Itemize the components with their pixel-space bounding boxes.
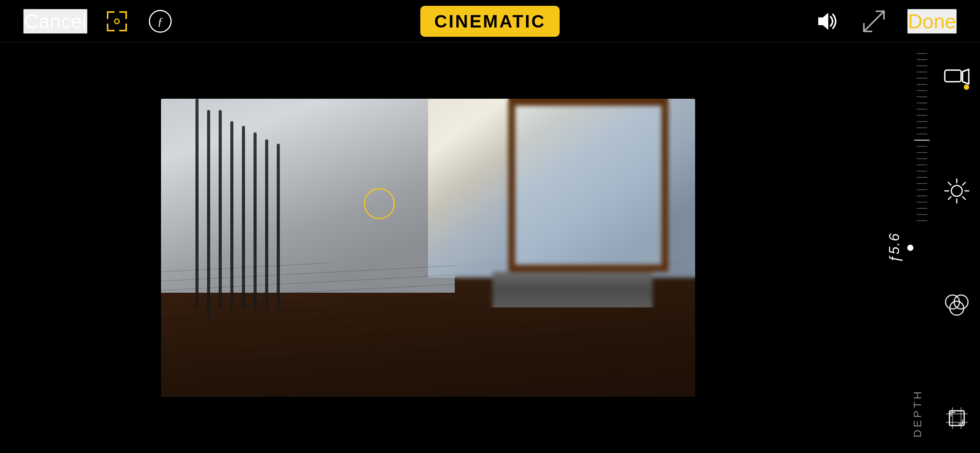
adjustments-button[interactable] <box>941 175 972 206</box>
slider-tick <box>917 165 927 165</box>
slider-tick <box>917 90 927 91</box>
video-area <box>0 43 856 453</box>
svg-rect-7 <box>125 24 127 31</box>
slider-tick <box>917 183 927 184</box>
svg-rect-5 <box>107 24 108 31</box>
svg-line-20 <box>948 182 951 185</box>
slider-tick <box>917 78 927 79</box>
slider-tick <box>917 196 927 196</box>
top-bar-right: Done <box>813 7 957 35</box>
speaker-icon <box>813 7 841 35</box>
aperture-slider[interactable]: ƒ5.6 <box>914 50 930 445</box>
video-camera-button[interactable] <box>941 62 972 93</box>
crop-icon <box>943 405 970 432</box>
svg-line-23 <box>948 197 951 199</box>
resize-button[interactable] <box>860 7 888 35</box>
video-frame <box>161 99 695 397</box>
slider-tick <box>917 53 927 54</box>
done-button[interactable]: Done <box>907 9 957 34</box>
slider-tick <box>917 202 927 202</box>
slider-track <box>914 50 930 445</box>
slider-tick <box>917 146 927 147</box>
right-panel: ƒ5.6 <box>856 43 980 453</box>
resize-icon <box>860 7 888 35</box>
depth-label: DEPTH <box>911 389 924 438</box>
color-mix-icon <box>943 291 970 318</box>
svg-point-8 <box>115 19 119 24</box>
slider-tick <box>917 152 927 153</box>
slider-tick <box>917 214 927 215</box>
slider-tick <box>917 208 927 209</box>
slider-tick <box>917 103 927 103</box>
main-content: ƒ5.6 <box>0 43 980 453</box>
color-mix-button[interactable] <box>941 289 972 320</box>
cinematic-badge-container: CINEMATIC <box>420 11 560 32</box>
svg-rect-3 <box>125 11 127 19</box>
slider-tick <box>917 134 927 134</box>
slider-tick <box>917 121 927 122</box>
slider-tick <box>917 84 927 85</box>
svg-rect-1 <box>107 11 108 19</box>
slider-tick <box>917 109 927 110</box>
slider-tick <box>914 140 930 141</box>
top-bar: Cancel ƒ CINEMATIC <box>0 0 980 43</box>
slider-tick <box>917 72 927 72</box>
svg-line-22 <box>963 182 965 185</box>
slider-tick <box>917 127 927 128</box>
top-bar-left: Cancel ƒ <box>23 7 174 35</box>
focus-square-button[interactable] <box>103 7 131 35</box>
aperture-f-icon: ƒ <box>146 7 174 35</box>
slider-tick <box>917 220 927 221</box>
svg-point-15 <box>951 185 962 196</box>
blur-overlay <box>455 99 695 307</box>
focus-square-icon <box>103 7 131 35</box>
slider-tick <box>917 189 927 190</box>
slider-tick <box>917 171 927 172</box>
svg-rect-27 <box>949 411 964 426</box>
aperture-value: ƒ5.6 <box>886 233 903 263</box>
right-icons-panel <box>941 54 972 441</box>
svg-marker-14 <box>963 69 969 84</box>
slider-tick <box>917 177 927 178</box>
adjustments-icon <box>943 177 970 204</box>
slider-tick <box>917 59 927 60</box>
focus-indicator[interactable] <box>364 188 395 219</box>
video-active-dot <box>964 84 969 90</box>
svg-text:ƒ: ƒ <box>157 15 163 27</box>
svg-marker-11 <box>818 13 828 30</box>
speaker-button[interactable] <box>813 7 841 35</box>
crop-button[interactable] <box>941 403 972 434</box>
slider-tick <box>917 115 927 116</box>
svg-line-21 <box>963 197 965 199</box>
svg-line-12 <box>864 11 884 31</box>
slider-thumb[interactable] <box>907 245 913 251</box>
cancel-button[interactable]: Cancel <box>23 9 87 34</box>
aperture-f-button[interactable]: ƒ <box>146 7 174 35</box>
cinematic-badge: CINEMATIC <box>420 6 560 37</box>
slider-tick <box>917 158 927 159</box>
svg-rect-13 <box>945 70 961 82</box>
slider-tick <box>917 96 927 97</box>
slider-tick <box>917 65 927 66</box>
